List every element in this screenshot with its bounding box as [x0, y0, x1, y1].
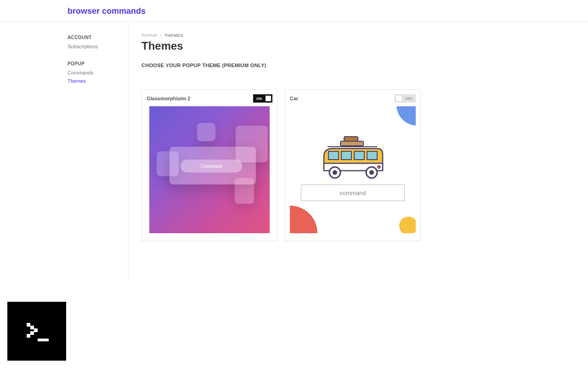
theme-preview[interactable]: command — [290, 106, 416, 233]
preview-command-pill: Command — [181, 160, 242, 172]
svg-point-12 — [378, 166, 380, 168]
breadcrumb-parent[interactable]: POPUP — [141, 33, 158, 38]
glass-panel-icon — [235, 178, 254, 204]
circle-accent-icon — [290, 206, 317, 233]
glass-panel-icon — [197, 123, 215, 141]
sidebar: ACCOUNT Subscriptions POPUP Commands The… — [0, 22, 129, 280]
theme-card: Glassmorphisim 2 ON Command — [141, 89, 277, 241]
breadcrumb-current: THEMES — [164, 33, 183, 38]
circle-accent-icon — [396, 106, 416, 126]
theme-toggle[interactable]: OFF — [395, 94, 416, 103]
svg-rect-7 — [367, 151, 377, 160]
sidebar-section-account: ACCOUNT — [68, 35, 128, 40]
page-title: Themes — [141, 40, 575, 52]
toggle-label: OFF — [402, 95, 415, 102]
theme-toggle[interactable]: ON — [253, 94, 272, 103]
svg-rect-6 — [354, 151, 364, 160]
breadcrumb-separator: › — [160, 33, 162, 38]
sidebar-item-commands[interactable]: Commands — [68, 70, 128, 75]
toggle-knob-icon — [266, 96, 271, 101]
toggle-label: ON — [254, 95, 265, 102]
svg-point-11 — [369, 170, 374, 175]
page-subheading: CHOOSE YOUR POPUP THEME (PREMIUM ONLY) — [141, 63, 575, 68]
sidebar-section-popup: POPUP — [68, 61, 128, 66]
theme-card: Car OFF — [285, 89, 421, 241]
theme-name: Car — [290, 96, 298, 101]
svg-rect-1 — [340, 141, 363, 146]
breadcrumb: POPUP › THEMES — [141, 33, 575, 38]
toggle-knob-icon — [396, 96, 401, 101]
svg-rect-5 — [341, 151, 351, 160]
app-brand[interactable]: browser commands — [68, 6, 588, 16]
circle-accent-icon — [399, 217, 416, 233]
van-icon — [318, 135, 387, 184]
main-content: POPUP › THEMES Themes CHOOSE YOUR POPUP … — [129, 22, 588, 280]
theme-preview[interactable]: Command — [149, 106, 270, 233]
svg-point-9 — [333, 170, 337, 175]
svg-rect-4 — [328, 151, 339, 160]
sidebar-item-subscriptions[interactable]: Subscriptions — [68, 44, 128, 49]
sidebar-item-themes[interactable]: Themes — [68, 78, 128, 84]
theme-name: Glassmorphisim 2 — [147, 96, 190, 101]
preview-command-input: command — [301, 184, 405, 201]
